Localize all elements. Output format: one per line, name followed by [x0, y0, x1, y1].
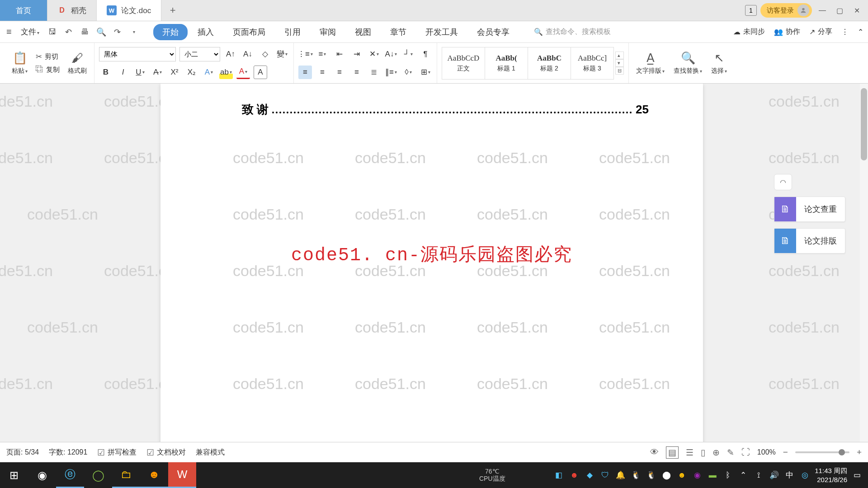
- vertical-scrollbar[interactable]: [860, 84, 868, 442]
- action-center-icon[interactable]: ▭: [852, 470, 863, 481]
- tab-home[interactable]: 首页: [0, 0, 47, 21]
- tab-daoke[interactable]: D稻壳: [47, 0, 97, 21]
- paste-button[interactable]: 📋粘贴: [9, 51, 30, 75]
- show-marks-button[interactable]: ¶: [419, 47, 432, 61]
- thesis-check-button[interactable]: 🗎论文查重: [774, 197, 845, 222]
- bullets-button[interactable]: ⋮≡: [298, 47, 312, 61]
- task-app1[interactable]: ◉: [28, 462, 56, 488]
- zoom-slider[interactable]: [795, 451, 849, 453]
- zoom-out-button[interactable]: −: [783, 447, 788, 457]
- spell-check-toggle[interactable]: ☑拼写检查: [97, 447, 137, 458]
- wifi-icon[interactable]: ⟟: [753, 470, 764, 481]
- highlight-button[interactable]: ab: [219, 66, 233, 79]
- outline-view-icon[interactable]: ☰: [686, 447, 693, 458]
- text-effect-button[interactable]: A: [202, 66, 216, 79]
- ribbon-tab-layout[interactable]: 页面布局: [224, 24, 274, 40]
- tray-icon[interactable]: ⬤: [661, 470, 672, 481]
- increase-font-icon[interactable]: A↑: [224, 47, 237, 61]
- underline-button[interactable]: U: [133, 66, 147, 79]
- copy-button[interactable]: ⿻复制: [34, 64, 61, 75]
- strike-button[interactable]: A̶: [151, 66, 164, 79]
- tray-icon[interactable]: 🛡: [599, 470, 610, 481]
- collab-button[interactable]: 👥协作: [774, 27, 800, 37]
- quick-more-icon[interactable]: [127, 25, 141, 39]
- login-button[interactable]: 访客登录: [760, 3, 812, 18]
- panel-collapse-icon[interactable]: ◠: [774, 174, 792, 190]
- ribbon-tab-member[interactable]: 会员专享: [468, 24, 519, 40]
- tray-icon[interactable]: 🐧: [630, 470, 641, 481]
- tray-icon[interactable]: ▬: [707, 470, 718, 481]
- ribbon-tab-view[interactable]: 视图: [346, 24, 380, 40]
- ime-indicator[interactable]: 中: [784, 470, 795, 481]
- scrollbar-thumb[interactable]: [861, 88, 867, 160]
- undo-icon[interactable]: ↶: [62, 25, 75, 39]
- line-spacing-button[interactable]: ‖≡: [384, 66, 398, 79]
- zoom-level[interactable]: 100%: [757, 448, 776, 456]
- cut-button[interactable]: ✂剪切: [34, 51, 61, 62]
- ribbon-tab-reference[interactable]: 引用: [275, 24, 310, 40]
- asian-layout-button[interactable]: ✕: [367, 47, 381, 61]
- bluetooth-icon[interactable]: ᛒ: [722, 470, 733, 481]
- font-name-select[interactable]: 黑体: [99, 47, 176, 61]
- note-icon[interactable]: ✎: [727, 447, 734, 458]
- task-ie[interactable]: ⓔ: [56, 462, 84, 488]
- tray-notif-icon[interactable]: 🔔: [615, 470, 626, 481]
- task-browser[interactable]: ◯: [84, 462, 112, 488]
- clear-format-icon[interactable]: ◇: [258, 47, 272, 61]
- text-layout-button[interactable]: A̲文字排版: [633, 51, 667, 75]
- decrease-font-icon[interactable]: A↓: [241, 47, 255, 61]
- tray-icon[interactable]: 🐧: [646, 470, 656, 481]
- find-replace-button[interactable]: 🔍查找替换: [671, 51, 705, 75]
- font-color-button[interactable]: A: [236, 66, 250, 79]
- style-expand-icon[interactable]: ⊟: [615, 67, 624, 75]
- tray-icon[interactable]: ◧: [553, 470, 564, 481]
- ribbon-tab-chapter[interactable]: 章节: [381, 24, 415, 40]
- border-button[interactable]: ⊞: [419, 66, 432, 79]
- tray-icon[interactable]: ◎: [799, 470, 810, 481]
- tab-symbol-button[interactable]: ┘: [401, 47, 415, 61]
- thesis-format-button[interactable]: 🗎论文排版: [774, 228, 845, 253]
- reading-view-icon[interactable]: ▯: [701, 447, 705, 458]
- shading-button[interactable]: ◊: [401, 66, 415, 79]
- hamburger-icon[interactable]: ≡: [4, 25, 14, 39]
- select-button[interactable]: ↖选择: [708, 51, 730, 75]
- proof-toggle[interactable]: ☑文档校对: [146, 447, 186, 458]
- file-menu[interactable]: 文件: [17, 25, 43, 39]
- sort-button[interactable]: A↓: [384, 47, 398, 61]
- fit-width-icon[interactable]: ⛶: [741, 447, 750, 457]
- web-view-icon[interactable]: ⊕: [712, 447, 720, 458]
- increase-indent-button[interactable]: ⇥: [350, 47, 363, 61]
- style-heading3[interactable]: AaBbCc]标题 3: [571, 47, 614, 80]
- redo-icon[interactable]: ↷: [111, 25, 124, 39]
- numbering-button[interactable]: ≡: [316, 47, 329, 61]
- superscript-button[interactable]: X²: [168, 66, 181, 79]
- print-preview-icon[interactable]: 🔍: [94, 25, 108, 39]
- start-button[interactable]: ⊞: [0, 462, 28, 488]
- compat-mode[interactable]: 兼容模式: [196, 448, 225, 457]
- decrease-indent-button[interactable]: ⇤: [333, 47, 346, 61]
- window-count-badge[interactable]: 1: [745, 5, 757, 16]
- more-menu-icon[interactable]: ⋮: [841, 28, 849, 36]
- word-count[interactable]: 字数: 12091: [49, 448, 87, 457]
- style-heading2[interactable]: AaBbC标题 2: [528, 47, 571, 80]
- ribbon-tab-start[interactable]: 开始: [153, 24, 188, 40]
- char-border-button[interactable]: A: [254, 66, 267, 79]
- tab-add-button[interactable]: +: [161, 0, 184, 21]
- task-wps[interactable]: W: [168, 462, 196, 488]
- align-center-button[interactable]: ≡: [316, 66, 329, 79]
- subscript-button[interactable]: X₂: [185, 66, 198, 79]
- ribbon-tab-devtools[interactable]: 开发工具: [416, 24, 467, 40]
- bold-button[interactable]: B: [99, 66, 113, 79]
- tray-icon[interactable]: ☻: [676, 470, 687, 481]
- tray-icon[interactable]: ◆: [584, 470, 595, 481]
- eye-icon[interactable]: 👁: [650, 447, 659, 457]
- document-page[interactable]: code51.cn code51.cn code51.cn code51.cn …: [160, 84, 703, 442]
- tray-icon[interactable]: ☻: [569, 470, 580, 481]
- command-search[interactable]: 🔍 查找命令、搜索模板: [534, 27, 611, 37]
- font-size-select[interactable]: 小二: [179, 47, 220, 61]
- align-left-button[interactable]: ≡: [298, 66, 312, 79]
- cpu-temp-widget[interactable]: 76℃CPU温度: [479, 468, 505, 483]
- style-normal[interactable]: AaBbCcD正文: [442, 47, 485, 80]
- phonetic-icon[interactable]: 變: [275, 47, 289, 61]
- italic-button[interactable]: I: [116, 66, 130, 79]
